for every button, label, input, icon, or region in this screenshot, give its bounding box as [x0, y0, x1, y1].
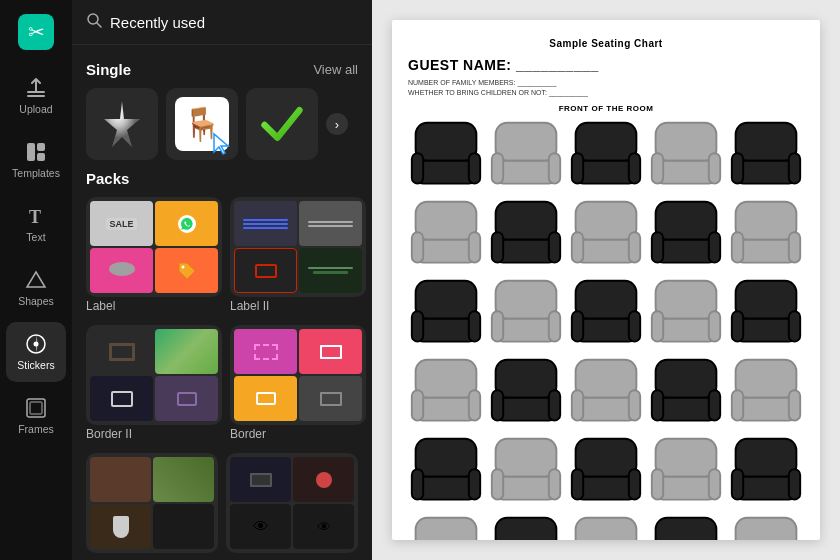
svg-rect-69 — [629, 311, 640, 341]
svg-rect-56 — [732, 232, 743, 262]
svg-rect-115 — [736, 477, 797, 500]
label-pack-name: Label — [86, 299, 222, 313]
svg-rect-89 — [629, 390, 640, 420]
svg-rect-91 — [656, 398, 717, 421]
sticker-checkmark[interactable] — [246, 88, 318, 160]
svg-rect-116 — [732, 469, 743, 499]
border2-mini-3 — [155, 376, 218, 421]
pack-label[interactable]: SALE — [86, 197, 222, 297]
svg-rect-61 — [469, 311, 480, 341]
doc-title: Sample Seating Chart — [408, 38, 804, 49]
sticker-star[interactable] — [86, 88, 158, 160]
svg-rect-73 — [709, 311, 720, 341]
document-preview: Sample Seating Chart GUEST NAME: _______… — [372, 0, 840, 560]
seat-5-1 — [488, 514, 564, 540]
svg-rect-51 — [656, 240, 717, 263]
sidebar-item-shapes[interactable]: Shapes — [6, 258, 66, 318]
seat-2-3 — [648, 277, 724, 353]
svg-rect-4 — [27, 143, 35, 161]
svg-rect-75 — [736, 319, 797, 342]
sidebar: ✂ Upload Templates T Text Shapes — [0, 0, 72, 560]
sticker-pack-extra2[interactable]: 👁 👁 — [226, 453, 358, 553]
doc-guest-name: GUEST NAME: __________ — [408, 57, 804, 73]
svg-rect-6 — [37, 153, 45, 161]
svg-rect-48 — [572, 232, 583, 262]
border2-mini-0 — [90, 329, 153, 374]
svg-rect-5 — [37, 143, 45, 151]
single-section-title: Single — [86, 61, 131, 78]
seat-1-2 — [568, 198, 644, 274]
pack-label2[interactable] — [230, 197, 366, 297]
border2-mini-2 — [90, 376, 153, 421]
svg-line-13 — [97, 23, 101, 27]
border-pack-name: Border — [230, 427, 366, 441]
seat-5-2 — [568, 514, 644, 540]
sidebar-item-frames[interactable]: Frames — [6, 386, 66, 446]
svg-marker-14 — [214, 134, 228, 154]
sidebar-item-templates[interactable]: Templates — [6, 130, 66, 190]
sidebar-item-stickers[interactable]: Stickers — [6, 322, 66, 382]
svg-rect-108 — [572, 469, 583, 499]
sidebar-frames-label: Frames — [18, 423, 54, 435]
svg-rect-88 — [572, 390, 583, 420]
svg-rect-100 — [412, 469, 423, 499]
search-bar — [72, 0, 372, 45]
border2-mini-1 — [155, 329, 218, 374]
svg-rect-27 — [576, 161, 637, 184]
pack-border2[interactable] — [86, 325, 222, 425]
svg-rect-122 — [496, 518, 557, 540]
extra1-mini-2 — [90, 504, 151, 549]
extra1-mini-3 — [153, 504, 214, 549]
seat-1-3 — [648, 198, 724, 274]
svg-rect-30 — [656, 123, 717, 161]
seat-1-1 — [488, 198, 564, 274]
svg-rect-66 — [576, 281, 637, 319]
border-mini-2 — [234, 376, 297, 421]
svg-rect-21 — [469, 153, 480, 183]
seat-1-4 — [728, 198, 804, 274]
svg-rect-67 — [576, 319, 637, 342]
svg-rect-20 — [412, 153, 423, 183]
sticker-pack-extra1[interactable] — [86, 453, 218, 553]
extra2-mini-2: 👁 — [230, 504, 291, 549]
svg-rect-36 — [732, 153, 743, 183]
svg-rect-44 — [492, 232, 503, 262]
svg-rect-52 — [652, 232, 663, 262]
svg-rect-11 — [30, 402, 42, 414]
seat-2-1 — [488, 277, 564, 353]
svg-rect-59 — [416, 319, 477, 342]
seats-row-0 — [408, 119, 804, 195]
svg-rect-34 — [736, 123, 797, 161]
svg-rect-102 — [496, 439, 557, 477]
panel-content: Single View all � — [72, 45, 372, 560]
svg-rect-68 — [572, 311, 583, 341]
scroll-right-button[interactable]: › — [326, 113, 348, 135]
cursor-overlay — [210, 132, 234, 156]
svg-rect-29 — [629, 153, 640, 183]
svg-rect-80 — [412, 390, 423, 420]
svg-point-16 — [109, 262, 135, 276]
label2-pack-name: Label II — [230, 299, 366, 313]
seats-row-4 — [408, 435, 804, 511]
search-input[interactable] — [110, 14, 358, 31]
svg-rect-95 — [736, 398, 797, 421]
doc-front-label: FRONT OF THE ROOM — [408, 104, 804, 113]
svg-rect-41 — [469, 232, 480, 262]
sticker-chair[interactable]: 🪑 — [166, 88, 238, 160]
sidebar-item-upload[interactable]: Upload — [6, 66, 66, 126]
more-stickers-row: 👁 👁 — [86, 453, 358, 553]
view-all-button[interactable]: View all — [313, 62, 358, 77]
extra2-mini-0 — [230, 457, 291, 502]
guest-name-label: GUEST NAME: — [408, 57, 512, 73]
pack-mini-tag — [155, 248, 218, 293]
svg-rect-82 — [496, 360, 557, 398]
pack-border[interactable] — [230, 325, 366, 425]
seats-row-3 — [408, 356, 804, 432]
svg-rect-98 — [416, 439, 477, 477]
svg-rect-57 — [789, 232, 800, 262]
svg-rect-28 — [572, 153, 583, 183]
svg-rect-42 — [496, 202, 557, 240]
sidebar-item-text[interactable]: T Text — [6, 194, 66, 254]
svg-rect-39 — [416, 240, 477, 263]
seat-4-2 — [568, 435, 644, 511]
